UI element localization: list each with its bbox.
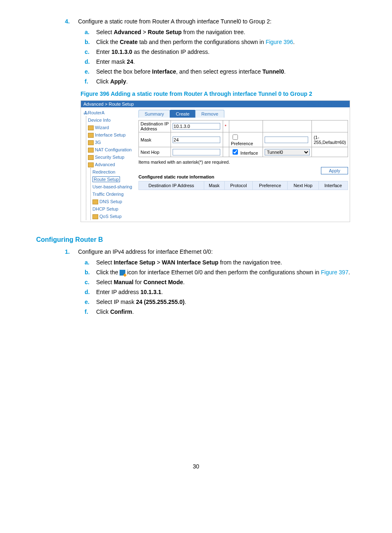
step-1f: f. Click Confirm. bbox=[85, 308, 356, 315]
step-1-text: Configure an IPv4 address for interface … bbox=[78, 248, 213, 255]
step-4-number: 4. bbox=[65, 18, 76, 25]
nav-device-info[interactable]: Device Info bbox=[88, 116, 137, 124]
figure-396-caption: Figure 396 Adding a static route from Ro… bbox=[81, 90, 356, 97]
top-links: Save | Help | Logout bbox=[304, 101, 350, 107]
folder-icon bbox=[88, 155, 94, 160]
folder-icon bbox=[88, 162, 94, 167]
col-preference: Preference bbox=[253, 181, 288, 190]
mask-label: Mask bbox=[139, 132, 171, 147]
figure-396-link[interactable]: Figure 396 bbox=[265, 39, 293, 45]
logout-link[interactable]: Logout bbox=[333, 102, 347, 107]
folder-icon bbox=[92, 199, 98, 204]
edit-icon bbox=[120, 270, 125, 276]
interface-label: Interface bbox=[240, 151, 258, 155]
route-form: Destination IP Address * Mask Preference… bbox=[138, 120, 348, 157]
page-number: 30 bbox=[36, 463, 356, 470]
preference-input[interactable] bbox=[265, 137, 308, 143]
step-1a: a. Select Interface Setup > WAN Interfac… bbox=[85, 259, 356, 266]
required-marker: * bbox=[223, 121, 229, 132]
mask-input[interactable] bbox=[173, 137, 220, 143]
preference-checkbox[interactable] bbox=[233, 134, 238, 140]
step-1c: c. Select Manual for Connect Mode. bbox=[85, 279, 356, 285]
step-4c: c. Enter 10.1.3.0 as the destination IP … bbox=[85, 49, 356, 55]
step-1d: d. Enter IP address 10.1.3.1. bbox=[85, 289, 356, 295]
router-name: 🖧RouterA bbox=[83, 109, 137, 116]
nav-security[interactable]: Security Setup bbox=[88, 153, 137, 161]
save-link[interactable]: Save bbox=[307, 102, 317, 107]
dest-ip-input[interactable] bbox=[173, 123, 220, 130]
folder-icon bbox=[88, 148, 94, 153]
dest-ip-label: Destination IP Address bbox=[139, 121, 171, 132]
nav-qos-setup[interactable]: QoS Setup bbox=[92, 213, 137, 220]
figure-397-link[interactable]: Figure 397 bbox=[321, 269, 348, 276]
apply-button[interactable]: Apply bbox=[321, 167, 348, 174]
main-panel: SummaryCreateRemove Destination IP Addre… bbox=[137, 107, 350, 222]
interface-checkbox[interactable] bbox=[233, 149, 238, 155]
step-1e: e. Select IP mask 24 (255.255.255.0). bbox=[85, 299, 356, 305]
step-4b: b. Click the Create tab and then perform… bbox=[85, 39, 356, 45]
tab-remove[interactable]: Remove bbox=[195, 110, 224, 118]
preference-label: Preference bbox=[231, 141, 253, 146]
nav-wizard[interactable]: Wizard bbox=[88, 124, 137, 131]
nav-redirection[interactable]: Redirection bbox=[92, 168, 137, 176]
col-nexthop: Next Hop bbox=[288, 181, 318, 190]
help-link[interactable]: Help bbox=[321, 102, 330, 107]
nav-3g[interactable]: 3G bbox=[88, 139, 137, 146]
step-4f: f. Click Apply. bbox=[85, 78, 356, 85]
tab-create[interactable]: Create bbox=[170, 110, 196, 118]
required-note: Items marked with an asterisk(*) are req… bbox=[138, 160, 348, 165]
folder-icon bbox=[88, 125, 94, 130]
nav-dns-setup[interactable]: DNS Setup bbox=[92, 198, 137, 205]
nav-advanced[interactable]: Advanced bbox=[88, 161, 137, 168]
step-4: 4. Configure a static route from Router … bbox=[65, 18, 356, 25]
step-4d: d. Enter mask 24. bbox=[85, 58, 356, 65]
nexthop-input[interactable] bbox=[173, 149, 220, 155]
tab-summary[interactable]: Summary bbox=[138, 110, 170, 118]
nav-tree: 🖧RouterA Device Info Wizard Interface Se… bbox=[81, 107, 137, 222]
col-protocol: Protocol bbox=[224, 181, 252, 190]
figure-396: Save | Help | Logout Advanced > Route Se… bbox=[81, 100, 356, 222]
col-dest: Destination IP Address bbox=[139, 181, 204, 190]
folder-icon bbox=[88, 133, 94, 138]
nav-nat[interactable]: NAT Configuration bbox=[88, 146, 137, 153]
nav-interface-setup[interactable]: Interface Setup bbox=[88, 131, 137, 139]
step-1: 1. Configure an IPv4 address for interfa… bbox=[65, 248, 356, 255]
step-4e: e. Select the box before Interface, and … bbox=[85, 68, 356, 75]
heading-configuring-router-b: Configuring Router B bbox=[36, 236, 356, 243]
interface-select[interactable]: Tunnel0 bbox=[265, 149, 310, 155]
tab-bar: SummaryCreateRemove bbox=[138, 110, 348, 118]
nav-traffic-ordering[interactable]: Traffic Ordering bbox=[92, 190, 137, 198]
nav-route-setup[interactable]: Route Setup bbox=[92, 176, 137, 183]
step-4a: a. Select Advanced > Route Setup from th… bbox=[85, 29, 356, 35]
step-1b: b. Click the icon for interface Ethernet… bbox=[85, 269, 356, 276]
step-4-text: Configure a static route from Router A t… bbox=[78, 18, 272, 25]
nexthop-label: Next Hop bbox=[139, 147, 171, 157]
preference-hint: (1-255,Default=60) bbox=[312, 132, 348, 147]
info-heading: Configured static route information bbox=[138, 174, 348, 179]
col-mask: Mask bbox=[204, 181, 224, 190]
col-interface: Interface bbox=[318, 181, 348, 190]
folder-icon bbox=[92, 214, 98, 219]
nav-user-based-sharing[interactable]: User-based-sharing bbox=[92, 183, 137, 190]
nav-dhcp-setup[interactable]: DHCP Setup bbox=[92, 205, 137, 213]
route-info-table: Destination IP Address Mask Protocol Pre… bbox=[138, 181, 348, 190]
folder-icon bbox=[88, 140, 94, 145]
step-1-number: 1. bbox=[65, 248, 76, 255]
